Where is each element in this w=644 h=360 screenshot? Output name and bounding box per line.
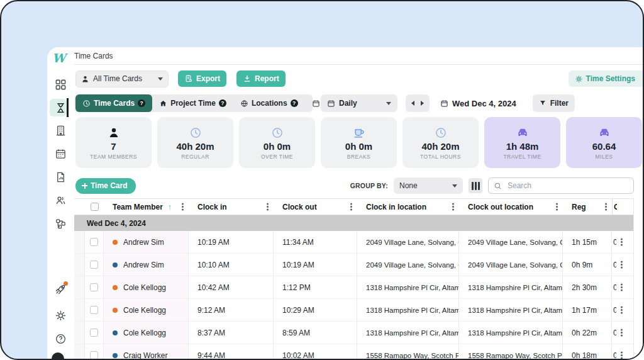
clock-in-cell: 10:42 AM — [189, 276, 274, 298]
row-checkbox[interactable] — [90, 351, 98, 359]
row-menu-kebab[interactable] — [621, 241, 623, 243]
column-menu-kebab[interactable] — [267, 206, 269, 208]
reports-document-icon[interactable] — [55, 171, 67, 183]
gear-icon — [575, 75, 583, 83]
tab-locations[interactable]: Locations — [233, 94, 305, 112]
select-all-checkbox[interactable] — [91, 203, 99, 211]
col-team-member[interactable]: Team Member↑ — [104, 199, 189, 215]
calendar-icon — [327, 99, 335, 108]
scope-select[interactable]: All Time Cards — [75, 70, 169, 87]
group-by-select[interactable]: None — [394, 177, 463, 194]
prev-day-arrow-icon[interactable] — [411, 101, 414, 106]
report-button[interactable]: Report — [236, 70, 286, 87]
person-icon — [81, 75, 89, 83]
sort-asc-icon[interactable]: ↑ — [168, 203, 172, 211]
add-time-card-button[interactable]: Time Card — [75, 178, 136, 194]
clock-out-location-cell: 1558 Ramapo Way, Scotch Plai... — [459, 344, 563, 360]
table-row[interactable]: Andrew Sim 10:19 AM 11:34 AM 2049 Villag… — [74, 231, 633, 254]
clock-out-cell: 10:19 AM — [274, 254, 357, 276]
status-dot — [113, 330, 118, 335]
stat-label: TRAVEL TIME — [503, 154, 541, 160]
clock-out-cell: 1:12 PM — [274, 276, 357, 298]
status-dot — [113, 285, 118, 290]
coffee-icon — [353, 127, 365, 139]
user-avatar[interactable] — [52, 352, 64, 360]
filter-button[interactable]: Filter — [533, 94, 575, 112]
clock-in-cell: 10:10 AM — [189, 254, 274, 276]
stat-label: TOTAL HOURS — [420, 154, 461, 160]
export-button[interactable]: Export — [178, 70, 226, 87]
clock-in-location-cell: 1318 Hampshire Pl Cir, Altamo... — [357, 299, 459, 321]
active-nav-bar — [67, 98, 69, 117]
table-row[interactable]: Andrew Sim 10:10 AM 10:19 AM 2049 Villag… — [74, 254, 633, 276]
columns-button[interactable] — [469, 178, 482, 193]
row-checkbox[interactable] — [90, 238, 98, 246]
actions-row: Time Card GROUP BY: None — [74, 177, 644, 194]
row-menu-kebab[interactable] — [621, 354, 623, 356]
row-menu-kebab[interactable] — [621, 264, 623, 266]
company-building-icon[interactable] — [55, 125, 67, 137]
help-badge-icon[interactable] — [138, 99, 145, 107]
stat-value: 7 — [111, 141, 116, 152]
dashboard-grid-icon[interactable] — [55, 79, 67, 91]
col-clock-out-location[interactable]: Clock out location — [459, 199, 563, 215]
row-menu-kebab[interactable] — [621, 332, 623, 334]
time-settings-button[interactable]: Time Settings — [569, 70, 644, 87]
help-icon[interactable] — [55, 333, 67, 345]
time-cards-hourglass-icon[interactable] — [55, 102, 67, 114]
reg-cell: 0h 18m — [563, 344, 612, 360]
search-input[interactable] — [506, 181, 628, 191]
car-icon — [598, 127, 611, 139]
col-clipped[interactable]: O — [612, 199, 634, 215]
col-clock-out[interactable]: Clock out — [274, 199, 357, 215]
group-by-value: None — [399, 181, 452, 190]
filter-label: Filter — [550, 99, 569, 108]
team-users-icon[interactable] — [55, 194, 67, 206]
tab-project-time[interactable]: Project Time — [152, 94, 233, 112]
stat-value: 0h 0m — [264, 141, 291, 152]
reg-cell: 0h 9m — [563, 254, 612, 276]
schedule-calendar-icon[interactable] — [55, 148, 67, 160]
settings-gear-icon[interactable] — [55, 310, 67, 322]
tab-time-cards[interactable]: Time Cards — [75, 94, 152, 112]
clock-icon — [82, 99, 91, 108]
row-menu-kebab[interactable] — [621, 309, 623, 311]
row-menu-kebab[interactable] — [621, 286, 623, 288]
date-display[interactable]: Wed Dec 4, 2024 — [440, 99, 516, 108]
column-menu-kebab[interactable] — [556, 206, 558, 208]
next-day-arrow-icon[interactable] — [421, 101, 424, 106]
stat-label: MILES — [595, 154, 613, 160]
clock-out-cell: 11:34 AM — [274, 231, 357, 253]
view-period-select[interactable]: Daily — [321, 94, 397, 112]
stat-card-team-members: 7 TEAM MEMBERS — [75, 117, 152, 168]
status-dot — [113, 353, 118, 358]
col-reg[interactable]: Reg — [563, 199, 612, 215]
table-group-header: Wed Dec 4, 2024 — [74, 215, 633, 231]
workflow-icon[interactable] — [55, 218, 67, 230]
help-badge-icon[interactable] — [291, 99, 298, 107]
table-row[interactable]: Cole Kellogg 8:37 AM 8:59 AM 1318 Hampsh… — [74, 322, 633, 344]
col-clock-in[interactable]: Clock in — [189, 199, 274, 215]
row-checkbox[interactable] — [90, 329, 98, 337]
row-checkbox[interactable] — [90, 261, 98, 269]
column-menu-kebab[interactable] — [452, 206, 454, 208]
tab-label: Project Time — [170, 99, 216, 108]
stat-value: 40h 20m — [421, 141, 459, 152]
column-menu-kebab[interactable] — [182, 206, 184, 208]
chevron-down-icon — [386, 102, 391, 105]
table-row[interactable]: Cole Kellogg 10:42 AM 1:12 PM 1318 Hamps… — [74, 276, 633, 299]
column-menu-kebab[interactable] — [350, 206, 352, 208]
col-clock-in-location[interactable]: Clock in location — [357, 199, 459, 215]
stat-label: REGULAR — [181, 154, 209, 160]
column-menu-kebab[interactable] — [605, 206, 607, 208]
stat-value: 60.64 — [592, 141, 616, 152]
toolbar: All Time Cards Export Report Time Settin… — [74, 65, 644, 93]
stat-label: BREAKS — [347, 154, 371, 160]
help-badge-icon[interactable] — [219, 99, 226, 107]
time-settings-label: Time Settings — [586, 74, 635, 83]
row-checkbox[interactable] — [90, 306, 98, 314]
export-doc-icon — [184, 74, 193, 83]
row-checkbox[interactable] — [90, 283, 98, 291]
table-row[interactable]: Craig Worker 9:44 AM 10:02 AM 1558 Ramap… — [74, 344, 633, 360]
table-row[interactable]: Cole Kellogg 9:12 AM 10:29 AM 1318 Hamps… — [74, 299, 633, 322]
